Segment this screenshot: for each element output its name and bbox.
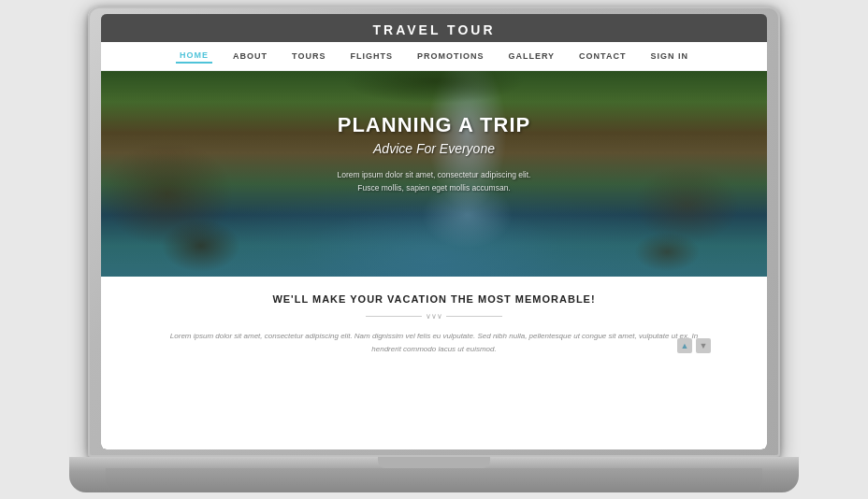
hero-description: Lorem ipsum dolor sit amet, consectetur …: [101, 169, 767, 194]
hero-desc-line1: Lorem ipsum dolor sit amet, consectetur …: [338, 170, 531, 179]
site-header: TRAVEL TOUR: [101, 14, 767, 42]
hero-section: PLANNING A TRIP Advice For Everyone Lore…: [101, 71, 767, 277]
laptop: TRAVEL TOUR HOME ABOUT TOURS FLIGHTS PRO…: [69, 7, 799, 492]
screen-bezel: TRAVEL TOUR HOME ABOUT TOURS FLIGHTS PRO…: [101, 14, 767, 449]
hero-subtitle: Advice For Everyone: [101, 141, 767, 156]
divider-line-left: [366, 316, 422, 317]
scroll-buttons: ▲ ▼: [677, 338, 711, 353]
laptop-base-bottom: [106, 468, 762, 492]
website: TRAVEL TOUR HOME ABOUT TOURS FLIGHTS PRO…: [101, 14, 767, 449]
laptop-lid: TRAVEL TOUR HOME ABOUT TOURS FLIGHTS PRO…: [88, 7, 780, 457]
hero-desc-line2: Fusce mollis, sapien eget mollis accumsa…: [357, 183, 510, 192]
site-nav: HOME ABOUT TOURS FLIGHTS PROMOTIONS GALL…: [101, 42, 767, 71]
divider-ornament: ∨∨∨: [426, 312, 442, 321]
site-title: TRAVEL TOUR: [372, 22, 495, 37]
nav-contact[interactable]: CONTACT: [575, 50, 629, 63]
nav-gallery[interactable]: GALLERY: [504, 50, 558, 63]
nav-tours[interactable]: TOURS: [288, 50, 329, 63]
nav-about[interactable]: ABOUT: [229, 50, 271, 63]
main-section-wrapper: WE'LL MAKE YOUR VACATION THE MOST MEMORA…: [101, 277, 767, 366]
main-section: WE'LL MAKE YOUR VACATION THE MOST MEMORA…: [101, 277, 767, 366]
nav-promotions[interactable]: PROMOTIONS: [413, 50, 488, 63]
scroll-up-button[interactable]: ▲: [677, 338, 692, 353]
divider-line-right: [446, 316, 502, 317]
nav-home[interactable]: HOME: [176, 49, 212, 64]
laptop-base-notch: [378, 457, 490, 468]
main-body-text: Lorem ipsum dolor sit amet, consectetur …: [157, 330, 711, 355]
main-heading: WE'LL MAKE YOUR VACATION THE MOST MEMORA…: [157, 293, 711, 305]
laptop-body: [69, 457, 799, 492]
hero-content: PLANNING A TRIP Advice For Everyone Lore…: [101, 71, 767, 194]
nav-signin[interactable]: SIGN IN: [646, 50, 692, 63]
hero-title: PLANNING A TRIP: [101, 113, 767, 137]
nav-flights[interactable]: FLIGHTS: [346, 50, 397, 63]
divider: ∨∨∨: [157, 312, 711, 321]
scroll-down-button[interactable]: ▼: [696, 338, 711, 353]
